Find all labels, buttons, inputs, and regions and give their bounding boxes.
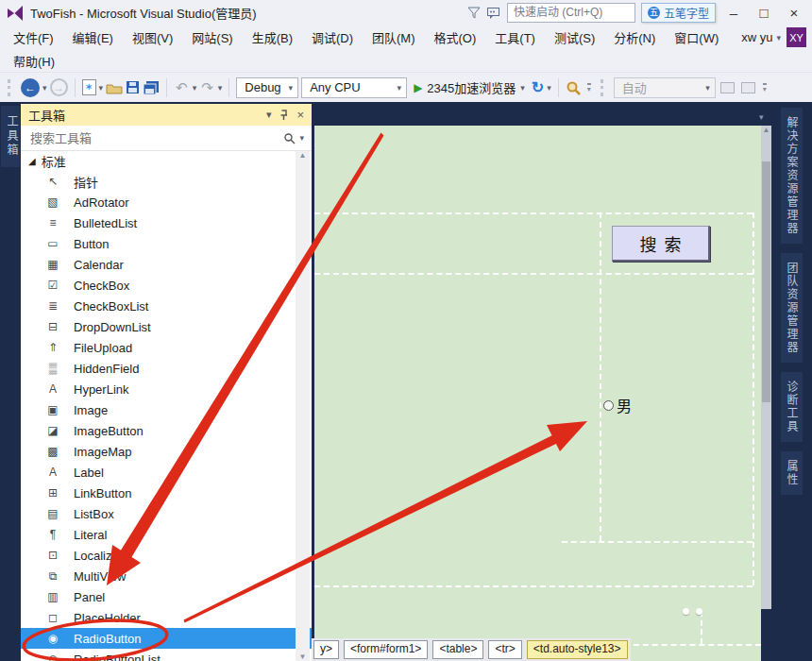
back-dropdown-icon[interactable]: ▾ bbox=[42, 83, 47, 93]
tag-table[interactable]: <table> bbox=[432, 640, 483, 659]
window-position-icon[interactable]: ▾ bbox=[266, 109, 272, 121]
toolbox-item-panel[interactable]: ▥Panel bbox=[21, 586, 312, 607]
toolbox-item-linkbutton[interactable]: ⊞LinkButton bbox=[21, 483, 312, 503]
menu-item-1[interactable]: 编辑(E) bbox=[63, 28, 123, 46]
redo-dropdown-icon[interactable]: ▾ bbox=[218, 83, 223, 93]
sidebar-tab-toolbox[interactable]: 工具箱 bbox=[1, 106, 20, 167]
toolbox-item-adrotator[interactable]: ▧AdRotator bbox=[21, 192, 312, 212]
toolbox-search-input[interactable] bbox=[28, 130, 279, 146]
save-icon[interactable] bbox=[126, 80, 140, 94]
menu-item-3[interactable]: 网站(S) bbox=[182, 28, 242, 46]
refresh-icon[interactable]: ↻ bbox=[532, 78, 544, 96]
toolbox-item-literal[interactable]: ¶Literal bbox=[21, 524, 312, 545]
menu-item-0[interactable]: 文件(F) bbox=[4, 28, 63, 46]
toolbox-item-calendar[interactable]: ▦Calendar bbox=[21, 254, 312, 275]
tag-tr[interactable]: <tr> bbox=[488, 640, 521, 659]
menu-item-8[interactable]: 工具(T) bbox=[485, 28, 545, 46]
close-icon[interactable]: × bbox=[296, 108, 304, 122]
tab-diagnostic-tools[interactable]: 诊断工具 bbox=[781, 372, 803, 442]
search-scope-dropdown-icon[interactable]: ▾ bbox=[299, 133, 304, 143]
window-layout-icon[interactable] bbox=[741, 82, 755, 93]
toolbox-item-imagemap[interactable]: ▩ImageMap bbox=[21, 441, 312, 462]
search-button[interactable]: 搜索 bbox=[612, 226, 710, 262]
toolbox-section-standard[interactable]: ◢ 标准 bbox=[21, 151, 312, 171]
solution-config-dropdown[interactable]: Debug ▾ bbox=[236, 77, 298, 98]
editor-chevron-icon[interactable]: ▾ bbox=[759, 112, 764, 122]
toolbox-item-checkboxlist[interactable]: ≣CheckBoxList bbox=[21, 296, 312, 316]
toolbox-item-button[interactable]: ▭Button bbox=[21, 233, 312, 254]
avatar[interactable]: XY bbox=[787, 27, 806, 47]
toolbox-header[interactable]: 工具箱 ▾ × bbox=[21, 104, 312, 126]
start-debug-button[interactable]: ▶ 2345加速浏览器 ▾ bbox=[410, 78, 529, 96]
funnel-icon[interactable] bbox=[467, 7, 481, 19]
toolbox-item-radiobutton[interactable]: ◉RadioButton bbox=[21, 628, 312, 649]
close-button[interactable]: × bbox=[782, 2, 806, 25]
tab-team-explorer[interactable]: 团队资源管理器 bbox=[781, 253, 803, 363]
navigate-forward-button[interactable]: → bbox=[50, 78, 68, 96]
new-item-button[interactable]: ∗ bbox=[82, 79, 96, 95]
tab-solution-explorer[interactable]: 解决方案资源管理器 bbox=[781, 108, 803, 244]
toolbar-overflow-icon[interactable]: ▾ bbox=[587, 83, 591, 93]
design-surface[interactable]: 搜索 男 bbox=[314, 126, 761, 661]
toolbox-item-image[interactable]: ▣Image bbox=[21, 399, 312, 420]
tag-body[interactable]: y> bbox=[313, 640, 339, 659]
ime-badge[interactable]: 五 五笔字型 bbox=[641, 3, 716, 23]
toolbar-grip[interactable] bbox=[8, 79, 14, 96]
designer-scrollbar[interactable]: ▲ bbox=[761, 126, 771, 609]
toolbox-item-hiddenfield[interactable]: ▒HiddenField bbox=[21, 358, 312, 379]
toolbox-item-bulletedlist[interactable]: ≡BulletedList bbox=[21, 212, 312, 233]
redo-icon[interactable]: ↷ bbox=[199, 79, 215, 96]
toolbox-item-dropdownlist[interactable]: ⊟DropDownList bbox=[21, 316, 312, 337]
resize-handle[interactable] bbox=[696, 608, 702, 615]
save-all-icon[interactable] bbox=[143, 80, 160, 95]
toolbox-item-listbox[interactable]: ▤ListBox bbox=[21, 503, 312, 524]
search-icon[interactable] bbox=[283, 132, 296, 144]
auto-dropdown[interactable]: 自动 ▾ bbox=[614, 77, 716, 98]
toolbar-overflow-icon-2[interactable]: ▾ bbox=[763, 83, 767, 93]
radio-circle-icon[interactable] bbox=[603, 400, 614, 411]
platform-dropdown[interactable]: Any CPU ▾ bbox=[301, 77, 407, 98]
menu-item-4[interactable]: 生成(B) bbox=[243, 28, 302, 46]
tag-form[interactable]: <form#form1> bbox=[344, 640, 428, 659]
maximize-button[interactable]: □ bbox=[752, 2, 776, 25]
minimize-button[interactable]: – bbox=[721, 2, 746, 25]
menu-item-help[interactable]: 帮助(H) bbox=[4, 52, 64, 70]
toolbox-item-label[interactable]: ALabel bbox=[21, 462, 312, 483]
menu-item-7[interactable]: 格式(O) bbox=[425, 28, 486, 46]
pin-icon[interactable] bbox=[279, 110, 289, 121]
toolbox-item-checkbox[interactable]: ☑CheckBox bbox=[21, 275, 312, 296]
open-file-icon[interactable] bbox=[106, 81, 123, 94]
new-item-dropdown-icon[interactable]: ▾ bbox=[99, 83, 104, 93]
designer-scrollbar-thumb[interactable] bbox=[762, 161, 770, 402]
toolbar-grip-2[interactable] bbox=[601, 79, 607, 96]
radio-button-male[interactable]: 男 bbox=[603, 394, 632, 416]
menu-item-9[interactable]: 测试(S) bbox=[545, 28, 604, 46]
user-menu[interactable]: xw yu ▾ bbox=[741, 30, 781, 44]
menu-item-11[interactable]: 窗口(W) bbox=[665, 28, 728, 46]
menu-item-2[interactable]: 视图(V) bbox=[123, 28, 182, 46]
toolbox-item-hyperlink[interactable]: AHyperLink bbox=[21, 379, 312, 399]
feedback-icon[interactable] bbox=[486, 7, 501, 20]
resize-handle[interactable] bbox=[683, 608, 689, 615]
browse-with-icon[interactable] bbox=[566, 80, 582, 95]
toolbox-item-localize[interactable]: ⊡Localize bbox=[21, 545, 312, 566]
toolbox-item-placeholder[interactable]: ◻PlaceHolder bbox=[21, 607, 312, 628]
toolbox-item-指针[interactable]: ↖指针 bbox=[21, 171, 312, 192]
toolbox-item-radiobuttonlist[interactable]: ⊙RadioButtonList bbox=[21, 649, 312, 661]
undo-icon[interactable]: ↶ bbox=[174, 79, 190, 96]
tab-properties[interactable]: 属性 bbox=[781, 451, 803, 495]
toolbox-scrollbar[interactable]: ▲ ▼ bbox=[296, 151, 310, 661]
navigate-back-button[interactable]: ← bbox=[21, 78, 40, 97]
scroll-up-icon[interactable]: ▲ bbox=[763, 126, 770, 134]
style-tool-icon[interactable] bbox=[720, 82, 735, 93]
menu-item-5[interactable]: 调试(D) bbox=[302, 28, 363, 46]
undo-dropdown-icon[interactable]: ▾ bbox=[193, 83, 197, 93]
quick-launch-input[interactable]: 快速启动 (Ctrl+Q) bbox=[507, 3, 635, 23]
refresh-dropdown-icon[interactable]: ▾ bbox=[547, 83, 551, 93]
menu-item-10[interactable]: 分析(N) bbox=[604, 28, 665, 46]
toolbox-item-fileupload[interactable]: ⇑FileUpload bbox=[21, 337, 312, 358]
scroll-down-icon[interactable]: ▼ bbox=[299, 653, 307, 661]
scroll-up-icon[interactable]: ▲ bbox=[299, 151, 307, 160]
menu-item-6[interactable]: 团队(M) bbox=[363, 28, 425, 46]
toolbox-item-multiview[interactable]: ⧉MultiView bbox=[21, 566, 312, 586]
